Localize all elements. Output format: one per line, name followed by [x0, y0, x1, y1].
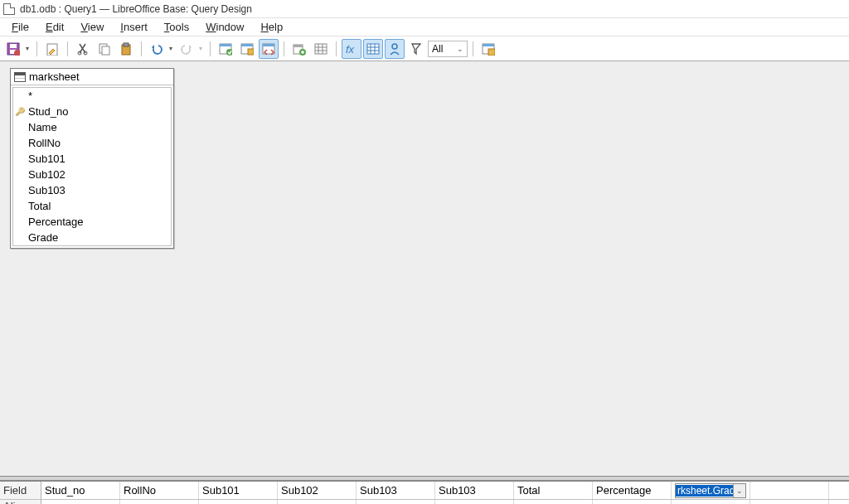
field-list[interactable]: *Stud_noNameRollNoSub101Sub102Sub103Tota…	[12, 87, 172, 246]
grid-field-cell[interactable]: Total	[514, 482, 593, 499]
svg-rect-22	[315, 44, 327, 54]
limit-select[interactable]: All ⌄	[428, 41, 468, 57]
grid-alias-cell[interactable]	[514, 500, 593, 504]
svg-rect-20	[294, 45, 303, 47]
grid-alias-cell[interactable]	[750, 500, 829, 504]
grid-field-cell[interactable]: Sub102	[278, 482, 357, 499]
grid-alias-cell[interactable]	[278, 500, 357, 504]
query-properties-button[interactable]	[478, 39, 498, 59]
redo-button[interactable]	[177, 39, 196, 59]
separator	[336, 41, 337, 56]
table-field[interactable]: Sub101	[13, 151, 171, 167]
grid-alias-cell[interactable]	[435, 500, 514, 504]
copy-button[interactable]	[95, 39, 114, 59]
grid-alias-cell[interactable]	[120, 500, 199, 504]
design-view-button[interactable]	[259, 39, 279, 59]
toolbar: ▾ ▾ ▾ fx	[0, 36, 849, 61]
table-field[interactable]: Total	[13, 198, 171, 214]
menu-file[interactable]: File	[3, 19, 37, 35]
menu-tools[interactable]: Tools	[156, 19, 197, 35]
menu-edit[interactable]: Edit	[37, 19, 72, 35]
distinct-button[interactable]	[406, 39, 426, 59]
redo-dropdown[interactable]: ▾	[196, 45, 205, 52]
grid-header-field: Field	[0, 482, 41, 499]
menubar: File Edit View Insert Tools Window Help	[0, 18, 849, 36]
separator	[67, 41, 68, 56]
separator	[284, 41, 284, 56]
grid-field-cell[interactable]: RollNo	[120, 482, 199, 499]
table-field[interactable]: Percentage	[13, 214, 171, 230]
table-field[interactable]: Sub103	[13, 182, 171, 198]
table-field[interactable]: Name	[13, 119, 171, 135]
table-field[interactable]: Stud_no	[13, 104, 171, 119]
table-name: marksheet	[29, 70, 80, 83]
undo-button[interactable]	[147, 39, 167, 59]
save-button[interactable]	[3, 39, 23, 59]
svg-rect-2	[10, 44, 17, 48]
alias-button[interactable]	[385, 39, 405, 59]
add-table-button[interactable]	[289, 39, 309, 59]
svg-rect-18	[263, 44, 274, 46]
separator	[210, 41, 211, 56]
table-box-title[interactable]: marksheet	[11, 69, 173, 85]
table-field[interactable]: Grade	[13, 230, 171, 245]
grid-field-cell[interactable]: Sub103	[357, 482, 435, 499]
grid-alias-cell[interactable]	[41, 500, 120, 504]
undo-dropdown[interactable]: ▾	[167, 45, 175, 52]
grid-field-cell[interactable]: Stud_no	[41, 482, 120, 499]
svg-rect-24	[367, 44, 379, 54]
table-box-marksheet[interactable]: marksheet *Stud_noNameRollNoSub101Sub102…	[10, 68, 174, 249]
window-title: db1.odb : Query1 — LibreOffice Base: Que…	[20, 3, 252, 15]
menu-view[interactable]: View	[72, 19, 112, 35]
field-combobox[interactable]: rksheet.Grade⌄	[675, 483, 746, 498]
grid-alias-cell[interactable]	[357, 500, 435, 504]
separator	[36, 41, 37, 56]
document-icon	[3, 3, 15, 15]
grid-alias-cell[interactable]	[199, 500, 278, 504]
svg-rect-28	[488, 49, 495, 56]
save-dropdown[interactable]: ▾	[23, 45, 32, 52]
design-grid: Field Stud_noRollNoSub101Sub102Sub103Sub…	[0, 481, 849, 504]
grid-field-cell[interactable]: Sub101	[199, 482, 278, 499]
table-icon	[14, 72, 26, 82]
table-name-button[interactable]	[363, 39, 383, 59]
svg-rect-27	[483, 44, 494, 46]
chevron-down-icon: ⌄	[454, 45, 467, 53]
grid-alias-cell[interactable]	[593, 500, 672, 504]
chevron-down-icon[interactable]: ⌄	[733, 484, 745, 497]
paste-button[interactable]	[116, 39, 136, 59]
grid-row-alias: Alias	[0, 500, 849, 504]
tables-button[interactable]	[311, 39, 331, 59]
relation-area[interactable]: marksheet *Stud_noNameRollNoSub101Sub102…	[0, 61, 849, 459]
functions-button[interactable]: fx	[342, 39, 361, 59]
titlebar: db1.odb : Query1 — LibreOffice Base: Que…	[0, 0, 849, 18]
menu-help[interactable]: Help	[252, 19, 291, 35]
svg-rect-15	[241, 44, 253, 46]
field-combo-value: rksheet.Grade	[676, 485, 733, 497]
svg-point-25	[392, 44, 397, 49]
clear-query-button[interactable]	[237, 39, 257, 59]
table-field[interactable]: Sub102	[13, 167, 171, 182]
grid-alias-cells	[41, 500, 829, 504]
run-query-button[interactable]	[216, 39, 235, 59]
edit-mode-button[interactable]	[42, 39, 62, 59]
table-field[interactable]: RollNo	[13, 135, 171, 151]
grid-field-cell-empty[interactable]	[750, 482, 829, 499]
grid-field-cell-editing[interactable]: rksheet.Grade⌄	[672, 482, 750, 499]
grid-alias-cell[interactable]	[672, 500, 750, 504]
svg-text:fx: fx	[346, 43, 355, 56]
grid-header-alias: Alias	[0, 500, 41, 504]
separator	[141, 41, 142, 56]
svg-rect-8	[102, 46, 109, 55]
svg-rect-12	[220, 44, 231, 46]
grid-field-cell[interactable]: Percentage	[593, 482, 672, 499]
menu-insert[interactable]: Insert	[112, 19, 156, 35]
cut-button[interactable]	[73, 39, 93, 59]
menu-window[interactable]: Window	[197, 19, 252, 35]
limit-value: All	[432, 43, 443, 55]
table-field[interactable]: *	[13, 88, 171, 104]
svg-rect-16	[248, 49, 254, 55]
grid-field-cells: Stud_noRollNoSub101Sub102Sub103Sub103Tot…	[41, 482, 829, 499]
svg-rect-10	[124, 43, 129, 46]
grid-field-cell[interactable]: Sub103	[435, 482, 514, 499]
